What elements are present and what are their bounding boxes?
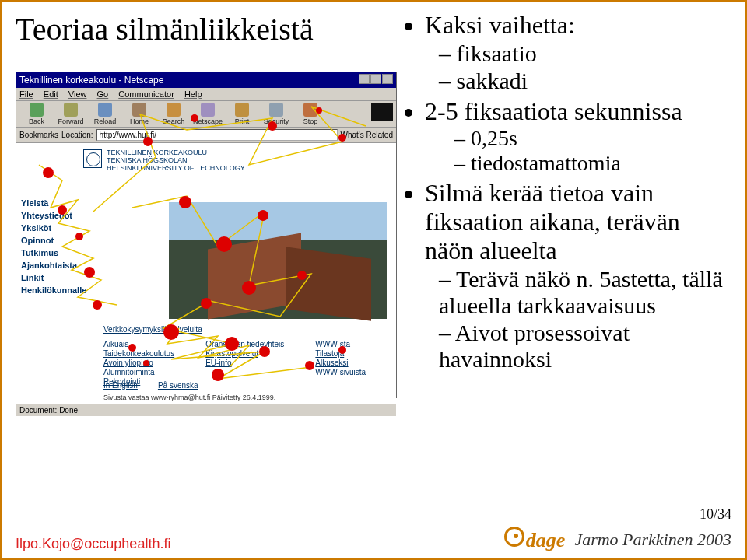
body-link[interactable]: Oranssisen tiedeyhteis	[205, 340, 284, 348]
bullet-column: Kaksi vaihetta: fiksaatio sakkadi 2-5 fi…	[408, 8, 735, 376]
bullet-0: Kaksi vaihetta: fiksaatio sakkadi	[425, 11, 735, 94]
location-input[interactable]	[96, 129, 338, 141]
university-logo-icon	[83, 149, 102, 168]
bullet-0-sub-1: sakkadi	[439, 68, 735, 94]
whats-related-label[interactable]: What's Related	[341, 131, 394, 139]
print-button[interactable]: Print	[225, 103, 259, 125]
page-updated: Sivusta vastaa www-ryhma@hut.fi Päivitet…	[103, 394, 275, 401]
slide-title: Teoriaa silmänliikkeistä	[16, 11, 314, 47]
menu-communicator[interactable]: Communicator	[118, 89, 174, 99]
bullet-1-sub-1: tiedostamattomia	[454, 151, 735, 176]
reload-button[interactable]: Reload	[88, 103, 122, 125]
sidebar-item[interactable]: Opinnot	[21, 235, 86, 247]
sidebar-item[interactable]: Ajankohtaista	[21, 260, 86, 272]
sidebar-item[interactable]: Yleistä	[21, 198, 86, 210]
bullet-0-sub-0: fiksaatio	[439, 40, 735, 67]
lang-english[interactable]: In English	[103, 381, 138, 390]
body-link[interactable]: Aikuais	[103, 340, 174, 348]
bullet-1-text: 2-5 fiksaatiota sekunnissa	[425, 97, 682, 125]
sidebar-item[interactable]: Yksiköt	[21, 222, 86, 235]
bullet-2-sub-1: Aivot prosessoivat havainnoksi	[439, 320, 735, 373]
security-button[interactable]: Security	[259, 103, 293, 125]
browser-content: TEKNILLINEN KORKEAKOULU TEKNISKA HÖGSKOL…	[16, 143, 396, 404]
body-links: Aikuais Taidekorkeakoulutus Avoin yliopi…	[103, 339, 366, 387]
hero-photo	[169, 202, 387, 319]
body-link[interactable]: Tilastoja	[315, 349, 366, 358]
browser-location-bar: Bookmarks Location: What's Related	[16, 128, 396, 143]
body-link[interactable]: WWW-sta	[315, 340, 366, 348]
location-label: Location:	[61, 131, 93, 139]
browser-statusbar: Document: Done	[16, 404, 396, 416]
footer-credit: Jarmo Parkkinen 2003	[574, 530, 731, 550]
bullet-2-text: Silmä kerää tietoa vain fiksaation aikan…	[425, 179, 680, 264]
bullet-2: Silmä kerää tietoa vain fiksaation aikan…	[425, 179, 735, 373]
browser-toolbar: Back Forward Reload Home Search Netscape…	[16, 101, 396, 128]
bullet-1: 2-5 fiksaatiota sekunnissa 0,25s tiedost…	[425, 97, 735, 176]
bookmarks-label[interactable]: Bookmarks	[19, 131, 58, 139]
home-button[interactable]: Home	[122, 103, 156, 125]
footer-email: Ilpo.Kojo@occuphealth.fi	[16, 536, 170, 552]
university-name: TEKNILLINEN KORKEAKOULU TEKNISKA HÖGSKOL…	[107, 149, 245, 173]
menu-file[interactable]: File	[19, 89, 33, 99]
back-button[interactable]: Back	[19, 103, 54, 125]
menu-edit[interactable]: Edit	[44, 89, 58, 99]
window-controls	[358, 74, 393, 86]
sidebar-item[interactable]: Henkilökunnalle	[21, 285, 86, 297]
stop-button[interactable]: Stop	[293, 103, 328, 125]
search-button[interactable]: Search	[156, 103, 191, 125]
browser-title-text: Teknillinen korkeakoulu - Netscape	[19, 75, 163, 86]
body-link[interactable]: Alumnitoiminta	[103, 368, 174, 376]
adage-logo-icon	[504, 527, 524, 547]
body-link[interactable]: EU-info	[205, 359, 284, 367]
page-sidebar: Yleistä Yhteystiedot Yksiköt Opinnot Tut…	[21, 198, 86, 297]
body-link[interactable]: Kirjastopalvelut	[205, 349, 284, 358]
browser-window: Teknillinen korkeakoulu - Netscape File …	[16, 72, 397, 398]
netscape-throbber-icon	[371, 103, 393, 121]
bullet-1-sub-0: 0,25s	[454, 126, 735, 151]
slide-footer: Ilpo.Kojo@occuphealth.fi dage Jarmo Park…	[2, 527, 745, 558]
slide: Teoriaa silmänliikkeistä Kaksi vaihetta:…	[0, 0, 747, 560]
sidebar-item[interactable]: Tutkimus	[21, 247, 86, 260]
body-link[interactable]: Avoin yliopisto	[103, 359, 174, 367]
bullet-0-text: Kaksi vaihetta:	[425, 11, 575, 39]
lang-swedish[interactable]: På svenska	[158, 381, 198, 390]
body-link[interactable]: WWW-sivuista	[315, 368, 366, 376]
menu-go[interactable]: Go	[97, 89, 109, 99]
forward-button[interactable]: Forward	[54, 103, 88, 125]
menu-view[interactable]: View	[68, 89, 87, 99]
browser-menubar: File Edit View Go Communicator Help	[16, 88, 396, 101]
netscape-button[interactable]: Netscape	[191, 103, 225, 125]
bullet-2-sub-0: Terävä näkö n. 5astetta, tällä alueella …	[439, 266, 735, 319]
body-link[interactable]: Alkuseksi	[315, 359, 366, 367]
body-link[interactable]: Taidekorkeakoulutus	[103, 349, 174, 358]
language-links: In English På svenska	[103, 381, 198, 390]
menu-help[interactable]: Help	[184, 89, 202, 99]
page-number: 10/34	[700, 506, 731, 523]
body-heading[interactable]: Verkkokysymyksiä palveluita	[103, 325, 202, 334]
sidebar-item[interactable]: Yhteystiedot	[21, 210, 86, 222]
browser-titlebar: Teknillinen korkeakoulu - Netscape	[16, 72, 396, 88]
sidebar-item[interactable]: Linkit	[21, 272, 86, 285]
adage-logo: dage	[504, 527, 566, 552]
